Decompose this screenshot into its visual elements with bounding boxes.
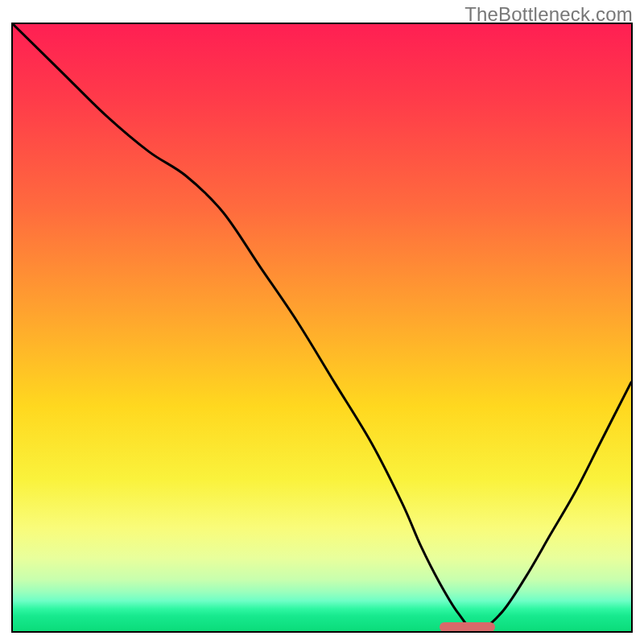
plot-border <box>11 23 633 633</box>
optimal-marker <box>440 622 495 632</box>
chart-frame: TheBottleneck.com <box>0 0 644 644</box>
curve-svg <box>13 24 631 631</box>
plot-area <box>13 24 631 631</box>
bottleneck-curve <box>13 24 631 631</box>
